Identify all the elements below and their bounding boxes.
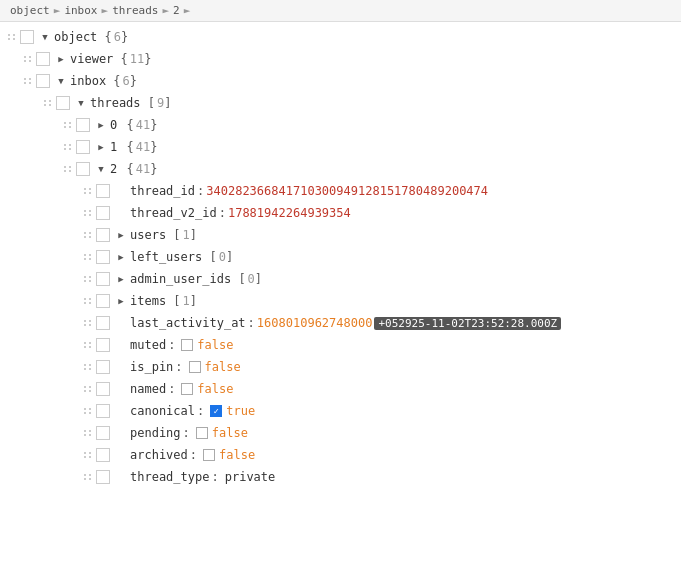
row-checkbox[interactable] — [96, 426, 110, 440]
row-checkbox[interactable] — [96, 184, 110, 198]
row-grip[interactable] — [80, 334, 96, 356]
row-checkbox[interactable] — [56, 96, 70, 110]
value: 1608010962748000 — [257, 316, 373, 330]
breadcrumb-threads[interactable]: threads — [112, 4, 158, 17]
tree-row: is_pin : false — [0, 356, 681, 378]
toggle-object[interactable] — [38, 30, 52, 44]
bool-checkbox-unchecked[interactable] — [189, 361, 201, 373]
row-grip[interactable] — [80, 356, 96, 378]
toggle-2[interactable] — [94, 162, 108, 176]
row-checkbox[interactable] — [36, 52, 50, 66]
row-checkbox[interactable] — [20, 30, 34, 44]
tree-row: users [ 1 ] — [0, 224, 681, 246]
row-checkbox[interactable] — [76, 162, 90, 176]
breadcrumb-object[interactable]: object — [10, 4, 50, 17]
tree-row: canonical : ✓ true — [0, 400, 681, 422]
row-grip[interactable] — [80, 268, 96, 290]
key: canonical — [130, 404, 195, 418]
tree-row: muted : false — [0, 334, 681, 356]
toggle-inbox[interactable] — [54, 74, 68, 88]
toggle-left_users[interactable] — [114, 250, 128, 264]
tree-row: object { 6 } — [0, 26, 681, 48]
index: 2 — [110, 162, 117, 176]
json-tree: object { 6 } viewer { 11 } inbox { 6 } — [0, 22, 681, 492]
tree-row: items [ 1 ] — [0, 290, 681, 312]
row-grip[interactable] — [60, 114, 76, 136]
value: 340282366841710300949128151780489200474 — [206, 184, 488, 198]
row-grip[interactable] — [80, 202, 96, 224]
row-grip[interactable] — [80, 444, 96, 466]
value: false — [219, 448, 255, 462]
value: false — [197, 338, 233, 352]
row-grip[interactable] — [80, 224, 96, 246]
toggle-threads[interactable] — [74, 96, 88, 110]
value: true — [226, 404, 255, 418]
breadcrumb: object ► inbox ► threads ► 2 ► — [0, 0, 681, 22]
tree-row: 0 { 41 } — [0, 114, 681, 136]
breadcrumb-2[interactable]: 2 — [173, 4, 180, 17]
breadcrumb-inbox[interactable]: inbox — [64, 4, 97, 17]
tree-row: last_activity_at : 1608010962748000 +052… — [0, 312, 681, 334]
row-checkbox[interactable] — [96, 250, 110, 264]
toggle-items[interactable] — [114, 294, 128, 308]
tree-row: threads [ 9 ] — [0, 92, 681, 114]
row-grip[interactable] — [80, 312, 96, 334]
row-grip[interactable] — [80, 422, 96, 444]
row-grip[interactable] — [20, 70, 36, 92]
row-checkbox[interactable] — [96, 272, 110, 286]
tree-row: thread_id : 3402823668417103009491281517… — [0, 180, 681, 202]
row-checkbox[interactable] — [96, 206, 110, 220]
tree-row: viewer { 11 } — [0, 48, 681, 70]
toggle-users[interactable] — [114, 228, 128, 242]
bool-checkbox-unchecked[interactable] — [181, 383, 193, 395]
tree-row: thread_type : private — [0, 466, 681, 488]
key: archived — [130, 448, 188, 462]
toggle-1[interactable] — [94, 140, 108, 154]
key: named — [130, 382, 166, 396]
row-grip[interactable] — [80, 246, 96, 268]
row-checkbox[interactable] — [36, 74, 50, 88]
row-checkbox[interactable] — [96, 382, 110, 396]
row-grip[interactable] — [60, 158, 76, 180]
row-grip[interactable] — [80, 400, 96, 422]
toggle-admin_user_ids[interactable] — [114, 272, 128, 286]
row-checkbox[interactable] — [96, 338, 110, 352]
key: items — [130, 294, 166, 308]
row-grip[interactable] — [80, 290, 96, 312]
key: admin_user_ids — [130, 272, 231, 286]
row-grip[interactable] — [80, 180, 96, 202]
bool-checkbox-checked[interactable]: ✓ — [210, 405, 222, 417]
row-checkbox[interactable] — [96, 470, 110, 484]
key: users — [130, 228, 166, 242]
toggle-viewer[interactable] — [54, 52, 68, 66]
bool-checkbox-unchecked[interactable] — [181, 339, 193, 351]
highlight-date: +052925-11-02T23:52:28.000Z — [374, 317, 561, 330]
key: viewer — [70, 52, 113, 66]
tree-row: admin_user_ids [ 0 ] — [0, 268, 681, 290]
row-checkbox[interactable] — [96, 316, 110, 330]
row-grip[interactable] — [40, 92, 56, 114]
row-grip[interactable] — [60, 136, 76, 158]
row-grip[interactable] — [80, 466, 96, 488]
row-checkbox[interactable] — [96, 404, 110, 418]
row-grip[interactable] — [20, 48, 36, 70]
row-checkbox[interactable] — [96, 448, 110, 462]
row-checkbox[interactable] — [96, 360, 110, 374]
row-checkbox[interactable] — [96, 228, 110, 242]
bool-checkbox-unchecked[interactable] — [196, 427, 208, 439]
key: is_pin — [130, 360, 173, 374]
row-grip[interactable] — [80, 378, 96, 400]
tree-row: left_users [ 0 ] — [0, 246, 681, 268]
row-checkbox[interactable] — [96, 294, 110, 308]
tree-row: 2 { 41 } — [0, 158, 681, 180]
row-checkbox[interactable] — [76, 140, 90, 154]
row-grip[interactable] — [4, 26, 20, 48]
key: pending — [130, 426, 181, 440]
row-checkbox[interactable] — [76, 118, 90, 132]
bool-checkbox-unchecked[interactable] — [203, 449, 215, 461]
toggle-0[interactable] — [94, 118, 108, 132]
index: 0 — [110, 118, 117, 132]
value: private — [225, 470, 276, 484]
value: false — [197, 382, 233, 396]
value: false — [205, 360, 241, 374]
